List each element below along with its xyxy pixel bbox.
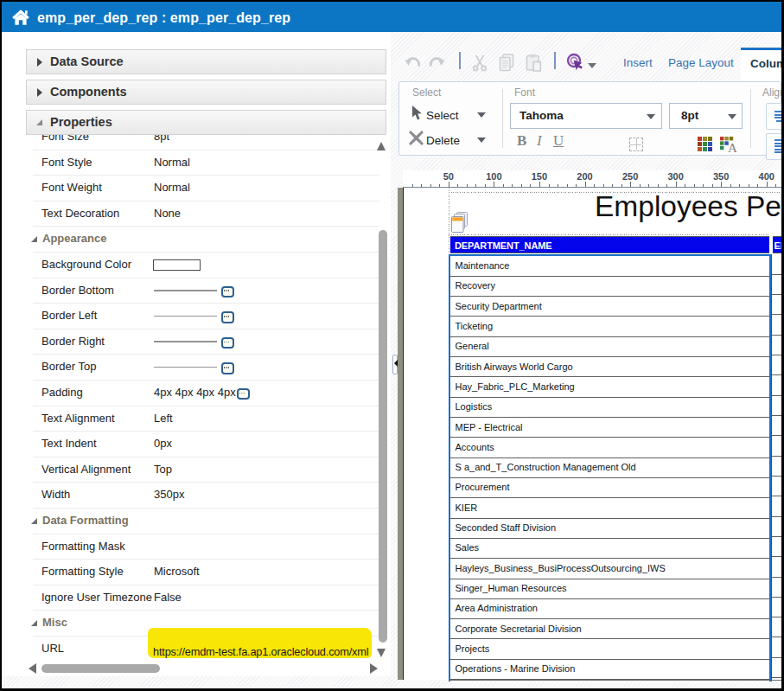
svg-text:A: A (728, 141, 737, 153)
